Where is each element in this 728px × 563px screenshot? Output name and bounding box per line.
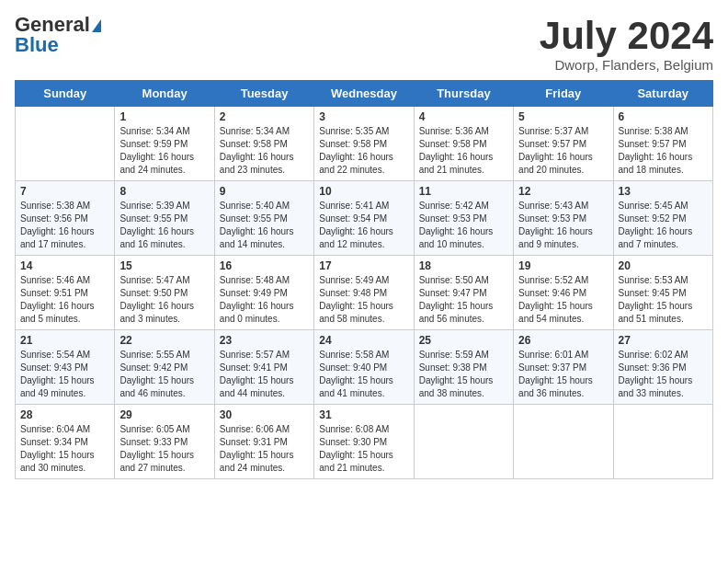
day-info: Sunrise: 5:48 AMSunset: 9:49 PMDaylight:… [220,274,309,326]
day-info: Sunrise: 6:06 AMSunset: 9:31 PMDaylight:… [220,423,309,475]
month-title: July 2024 [540,15,713,57]
calendar-week-row: 14Sunrise: 5:46 AMSunset: 9:51 PMDayligh… [16,256,713,330]
day-info: Sunrise: 6:01 AMSunset: 9:37 PMDaylight:… [518,349,608,400]
day-number: 21 [20,334,109,347]
day-info: Sunrise: 5:37 AMSunset: 9:57 PMDaylight:… [518,125,608,177]
calendar-cell: 27Sunrise: 6:02 AMSunset: 9:36 PMDayligh… [613,330,712,405]
calendar-week-row: 28Sunrise: 6:04 AMSunset: 9:34 PMDayligh… [16,405,713,479]
day-number: 23 [220,334,309,347]
calendar-week-row: 7Sunrise: 5:38 AMSunset: 9:56 PMDaylight… [16,181,713,256]
calendar-table: Sunday Monday Tuesday Wednesday Thursday… [15,80,713,479]
day-number: 8 [119,185,209,198]
day-number: 10 [319,185,408,198]
calendar-cell: 13Sunrise: 5:45 AMSunset: 9:52 PMDayligh… [613,181,712,256]
day-info: Sunrise: 6:04 AMSunset: 9:34 PMDaylight:… [20,423,109,475]
day-number: 4 [419,110,508,123]
day-info: Sunrise: 5:53 AMSunset: 9:45 PMDaylight:… [619,274,708,326]
day-info: Sunrise: 5:38 AMSunset: 9:56 PMDaylight:… [20,200,109,251]
day-info: Sunrise: 6:02 AMSunset: 9:36 PMDaylight:… [619,349,708,400]
header-saturday: Saturday [613,81,712,107]
calendar-cell: 4Sunrise: 5:36 AMSunset: 9:58 PMDaylight… [414,107,513,181]
calendar-cell: 12Sunrise: 5:43 AMSunset: 9:53 PMDayligh… [514,181,613,256]
calendar-cell: 17Sunrise: 5:49 AMSunset: 9:48 PMDayligh… [314,256,414,330]
day-number: 2 [220,110,309,123]
calendar-cell: 31Sunrise: 6:08 AMSunset: 9:30 PMDayligh… [314,405,414,479]
day-number: 30 [220,408,309,421]
calendar-cell: 26Sunrise: 6:01 AMSunset: 9:37 PMDayligh… [514,330,613,405]
calendar-cell [414,405,513,479]
day-info: Sunrise: 5:35 AMSunset: 9:58 PMDaylight:… [319,125,408,177]
day-number: 19 [518,259,608,272]
day-number: 13 [619,185,708,198]
calendar-cell: 22Sunrise: 5:55 AMSunset: 9:42 PMDayligh… [115,330,214,405]
day-info: Sunrise: 5:52 AMSunset: 9:46 PMDaylight:… [518,274,608,326]
calendar-cell: 8Sunrise: 5:39 AMSunset: 9:55 PMDaylight… [115,181,214,256]
day-info: Sunrise: 5:34 AMSunset: 9:59 PMDaylight:… [119,125,209,177]
day-info: Sunrise: 5:46 AMSunset: 9:51 PMDaylight:… [20,274,109,326]
calendar-cell: 18Sunrise: 5:50 AMSunset: 9:47 PMDayligh… [414,256,513,330]
day-info: Sunrise: 5:42 AMSunset: 9:53 PMDaylight:… [419,200,508,251]
header-thursday: Thursday [414,81,513,107]
day-number: 26 [518,334,608,347]
day-info: Sunrise: 5:47 AMSunset: 9:50 PMDaylight:… [119,274,209,326]
day-number: 5 [518,110,608,123]
header-tuesday: Tuesday [214,81,313,107]
day-number: 29 [119,408,209,421]
page-header: General Blue July 2024 Dworp, Flanders, … [15,15,713,73]
day-number: 14 [20,259,109,272]
day-info: Sunrise: 5:59 AMSunset: 9:38 PMDaylight:… [419,349,508,400]
calendar-cell: 5Sunrise: 5:37 AMSunset: 9:57 PMDaylight… [514,107,613,181]
day-number: 11 [419,185,508,198]
day-info: Sunrise: 5:36 AMSunset: 9:58 PMDaylight:… [419,125,508,177]
day-info: Sunrise: 5:45 AMSunset: 9:52 PMDaylight:… [619,200,708,251]
logo-blue-text: Blue [15,35,101,55]
day-info: Sunrise: 5:57 AMSunset: 9:41 PMDaylight:… [220,349,309,400]
calendar-cell: 16Sunrise: 5:48 AMSunset: 9:49 PMDayligh… [214,256,313,330]
calendar-cell: 24Sunrise: 5:58 AMSunset: 9:40 PMDayligh… [314,330,414,405]
day-info: Sunrise: 5:49 AMSunset: 9:48 PMDaylight:… [319,274,408,326]
calendar-cell: 30Sunrise: 6:06 AMSunset: 9:31 PMDayligh… [214,405,313,479]
day-info: Sunrise: 5:34 AMSunset: 9:58 PMDaylight:… [220,125,309,177]
calendar-cell [613,405,712,479]
day-number: 22 [119,334,209,347]
calendar-cell: 11Sunrise: 5:42 AMSunset: 9:53 PMDayligh… [414,181,513,256]
calendar-cell: 3Sunrise: 5:35 AMSunset: 9:58 PMDaylight… [314,107,414,181]
day-info: Sunrise: 6:05 AMSunset: 9:33 PMDaylight:… [119,423,209,475]
day-number: 31 [319,408,408,421]
calendar-week-row: 1Sunrise: 5:34 AMSunset: 9:59 PMDaylight… [16,107,713,181]
logo-general-text: General [15,15,90,35]
calendar-week-row: 21Sunrise: 5:54 AMSunset: 9:43 PMDayligh… [16,330,713,405]
day-info: Sunrise: 5:54 AMSunset: 9:43 PMDaylight:… [20,349,109,400]
day-info: Sunrise: 5:39 AMSunset: 9:55 PMDaylight:… [119,200,209,251]
logo: General Blue [15,15,101,55]
calendar-cell: 15Sunrise: 5:47 AMSunset: 9:50 PMDayligh… [115,256,214,330]
calendar-cell: 9Sunrise: 5:40 AMSunset: 9:55 PMDaylight… [214,181,313,256]
day-number: 3 [319,110,408,123]
calendar-cell: 19Sunrise: 5:52 AMSunset: 9:46 PMDayligh… [514,256,613,330]
calendar-cell: 14Sunrise: 5:46 AMSunset: 9:51 PMDayligh… [16,256,115,330]
day-number: 6 [619,110,708,123]
title-section: July 2024 Dworp, Flanders, Belgium [540,15,713,73]
calendar-cell: 21Sunrise: 5:54 AMSunset: 9:43 PMDayligh… [16,330,115,405]
location-text: Dworp, Flanders, Belgium [540,57,713,73]
header-friday: Friday [514,81,613,107]
day-number: 1 [119,110,209,123]
day-number: 9 [220,185,309,198]
calendar-cell: 25Sunrise: 5:59 AMSunset: 9:38 PMDayligh… [414,330,513,405]
calendar-cell: 23Sunrise: 5:57 AMSunset: 9:41 PMDayligh… [214,330,313,405]
calendar-cell [514,405,613,479]
header-wednesday: Wednesday [314,81,414,107]
day-number: 27 [619,334,708,347]
calendar-cell [16,107,115,181]
weekday-header-row: Sunday Monday Tuesday Wednesday Thursday… [16,81,713,107]
day-info: Sunrise: 5:43 AMSunset: 9:53 PMDaylight:… [518,200,608,251]
header-sunday: Sunday [16,81,115,107]
day-number: 7 [20,185,109,198]
calendar-cell: 7Sunrise: 5:38 AMSunset: 9:56 PMDaylight… [16,181,115,256]
day-number: 24 [319,334,408,347]
logo-triangle-icon [92,19,101,32]
day-number: 17 [319,259,408,272]
calendar-cell: 20Sunrise: 5:53 AMSunset: 9:45 PMDayligh… [613,256,712,330]
header-monday: Monday [115,81,214,107]
day-info: Sunrise: 5:40 AMSunset: 9:55 PMDaylight:… [220,200,309,251]
